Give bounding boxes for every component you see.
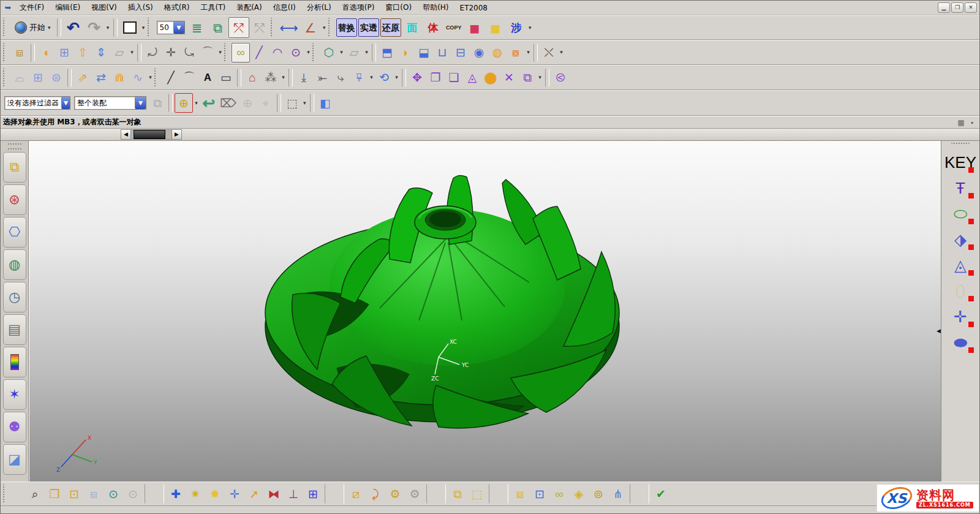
- add-instance-button[interactable]: ✛: [225, 484, 244, 504]
- measure-distance-button[interactable]: ⟷: [278, 17, 300, 38]
- marquee-dropdown[interactable]: ▾: [301, 93, 308, 113]
- link-info-button[interactable]: ⊚: [589, 484, 608, 504]
- constraint-button[interactable]: ⊥: [284, 484, 303, 504]
- snapshot-disabled-button[interactable]: ⊙: [123, 484, 143, 504]
- section-view-button[interactable]: ◖: [37, 43, 55, 62]
- deform-surface-button[interactable]: ⊞: [55, 43, 74, 62]
- wcs-dynamics-button[interactable]: ⤱: [228, 17, 249, 38]
- copy-object-button[interactable]: ❐: [426, 68, 445, 88]
- delete-object-button[interactable]: ✕: [500, 68, 518, 88]
- gallery-button[interactable]: ◪: [3, 444, 26, 475]
- scroll-track[interactable]: [131, 129, 172, 140]
- interference-button[interactable]: ⤬: [540, 43, 558, 62]
- resource-bar-grip[interactable]: [8, 143, 21, 149]
- start-button[interactable]: 开始 ▾: [10, 17, 55, 38]
- arc-3pt-button[interactable]: ◠: [268, 43, 287, 62]
- datum-plane-button[interactable]: ▱: [110, 43, 129, 62]
- swept-button[interactable]: ⇗: [74, 68, 92, 88]
- mate-component-button[interactable]: ⧓: [264, 484, 284, 504]
- remember-constraint-button[interactable]: ⊞: [303, 484, 323, 504]
- show-component-button[interactable]: ⊡: [64, 484, 84, 504]
- menu-tools[interactable]: 工具(T): [195, 1, 231, 15]
- menu-help[interactable]: 帮助(H): [417, 1, 454, 15]
- undo-point-button[interactable]: ⊕: [238, 93, 257, 113]
- move-to-layer-button[interactable]: ⧉: [208, 17, 228, 38]
- marquee-button[interactable]: ⬚: [283, 93, 301, 113]
- update-structure-button[interactable]: ✔: [651, 484, 671, 504]
- copy-special-dropdown[interactable]: ▾: [537, 68, 543, 88]
- yellow-cube-button[interactable]: ◼: [485, 17, 506, 38]
- part-key-button[interactable]: KEY: [944, 150, 976, 175]
- copy-special-button[interactable]: ⧉: [518, 68, 537, 88]
- project-curve-button[interactable]: ⤓: [295, 68, 313, 88]
- block-button[interactable]: ⬓: [415, 43, 433, 62]
- measure-dropdown[interactable]: ▾: [321, 17, 328, 38]
- line-button[interactable]: ╱: [250, 43, 268, 62]
- extension-button[interactable]: ∿: [129, 68, 147, 88]
- combine-projection-button[interactable]: ⤜: [313, 68, 331, 88]
- part-rod-button[interactable]: ⬭: [944, 202, 976, 226]
- unexplode-button[interactable]: ⤸: [366, 484, 385, 504]
- copy-display-button[interactable]: COPY: [443, 17, 464, 38]
- quick-trim-button[interactable]: ⤾: [143, 43, 162, 62]
- wcs-orient-button[interactable]: ⤱: [249, 17, 270, 38]
- menu-et2008[interactable]: ET2008: [454, 2, 493, 14]
- new-component-button[interactable]: ✷: [186, 484, 205, 504]
- cue-pin-button[interactable]: ▪: [967, 117, 978, 128]
- menu-insert[interactable]: 插入(S): [123, 1, 159, 15]
- replace-view-button[interactable]: 替换: [336, 18, 357, 37]
- component-snapshot-button[interactable]: ⊙: [104, 484, 123, 504]
- instance-dropdown[interactable]: ▾: [525, 43, 532, 62]
- palette-collapse-arrow[interactable]: ◀: [937, 328, 941, 334]
- layer-settings-button[interactable]: ≣: [187, 17, 208, 38]
- work-layer-combo[interactable]: 50 ▼: [157, 21, 185, 34]
- selection-scope-combo[interactable]: 整个装配 ▼: [74, 96, 146, 110]
- bridge-surface-button[interactable]: ⋒: [110, 68, 129, 88]
- selection-filter-combo[interactable]: 没有选择过滤器 ▼: [4, 96, 70, 110]
- restore-button[interactable]: ❒: [951, 2, 963, 13]
- snap-dropdown[interactable]: ▾: [193, 93, 200, 113]
- profile-button[interactable]: ⌂: [243, 68, 262, 88]
- display-color-dropdown[interactable]: ▾: [140, 17, 147, 38]
- menu-analysis[interactable]: 分析(L): [301, 1, 337, 15]
- constraint-navigator-button[interactable]: ⊛: [3, 184, 26, 215]
- redo-dropdown[interactable]: ▾: [105, 17, 111, 38]
- arrangements-button[interactable]: ⧉: [448, 484, 467, 504]
- cue-grid-button[interactable]: ▦: [956, 117, 967, 128]
- explode-button[interactable]: ⧄: [346, 484, 366, 504]
- point-dropdown[interactable]: ▾: [280, 68, 287, 88]
- part-bracket-button[interactable]: ⬗: [944, 227, 976, 252]
- hole-button[interactable]: ◉: [470, 43, 488, 62]
- measure-angle-button[interactable]: ∠: [300, 17, 321, 38]
- paste-object-button[interactable]: ❏: [445, 68, 463, 88]
- stretch-surface-button[interactable]: ⇕: [92, 43, 110, 62]
- pattern-object-button[interactable]: ◬: [463, 68, 481, 88]
- undo-button[interactable]: ↶: [63, 17, 84, 38]
- edit-in-window-button[interactable]: ⚙: [405, 484, 424, 504]
- revolve-button[interactable]: ◗: [396, 43, 415, 62]
- line-curve-button[interactable]: ╱: [162, 68, 180, 88]
- wave-link-button[interactable]: ◈: [569, 484, 589, 504]
- curve-trim-button[interactable]: ⤿: [180, 43, 198, 62]
- minimize-button[interactable]: ▁: [938, 2, 950, 13]
- part-navigator-button[interactable]: ⎔: [3, 217, 26, 248]
- open-component-button[interactable]: ❒: [45, 484, 64, 504]
- shaded-cube-button[interactable]: ◧: [316, 93, 334, 113]
- wrap-curve-button[interactable]: ⤷: [331, 68, 350, 88]
- menu-edit[interactable]: 编辑(E): [50, 1, 86, 15]
- interpart-rings-button[interactable]: ∞: [549, 484, 569, 504]
- curve-fillet-button[interactable]: ⌒: [198, 43, 217, 62]
- ruled-button[interactable]: ⌓: [10, 68, 29, 88]
- assembly-navigator-button[interactable]: ⧉: [3, 152, 26, 183]
- web-browser-button[interactable]: ◍: [3, 249, 26, 280]
- boolean-dropdown[interactable]: ▾: [338, 43, 345, 62]
- display-color-button[interactable]: [119, 17, 140, 38]
- boolean-button[interactable]: ⬡: [320, 43, 338, 62]
- palette-button[interactable]: ▤: [3, 314, 26, 345]
- menu-assemblies[interactable]: 装配(A): [231, 1, 268, 15]
- rectangle-button[interactable]: ▭: [217, 68, 235, 88]
- show-face-button[interactable]: 面: [402, 17, 423, 38]
- substitute-button[interactable]: ⧈: [510, 484, 530, 504]
- circle-dropdown[interactable]: ▾: [305, 43, 312, 62]
- find-component-button[interactable]: ⌕: [25, 484, 45, 504]
